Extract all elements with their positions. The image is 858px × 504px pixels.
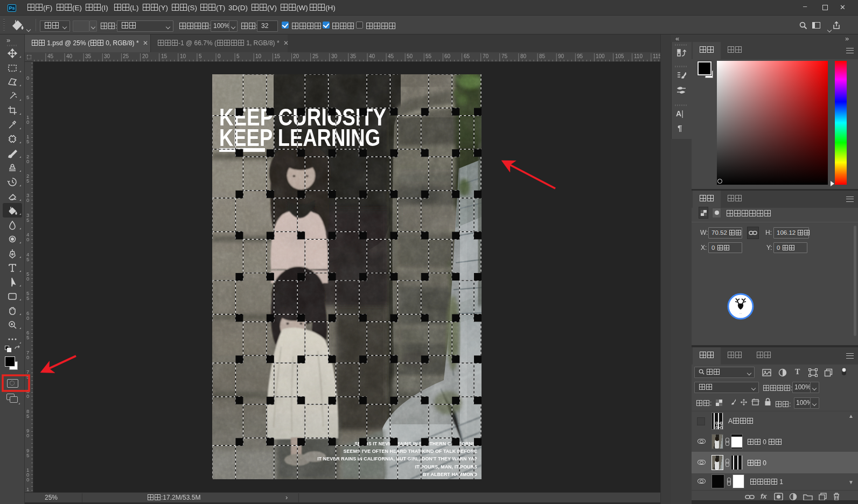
svg-text:55: 55 xyxy=(425,53,432,59)
svg-text:10: 10 xyxy=(180,53,186,59)
svg-text:100: 100 xyxy=(596,53,605,59)
svg-text:5: 5 xyxy=(26,452,29,458)
svg-text:5: 5 xyxy=(26,413,29,419)
svg-text:105: 105 xyxy=(615,53,624,59)
svg-text:0: 0 xyxy=(26,119,29,125)
svg-text:50: 50 xyxy=(407,53,413,59)
svg-text:75: 75 xyxy=(501,53,508,59)
svg-text:0: 0 xyxy=(26,354,29,360)
svg-text:65: 65 xyxy=(464,53,470,59)
svg-text:IT POURS, MAN, IT POURS: IT POURS, MAN, IT POURS xyxy=(415,464,477,470)
svg-text:20: 20 xyxy=(142,53,149,59)
svg-text:25: 25 xyxy=(312,53,319,59)
svg-text:115: 115 xyxy=(653,53,660,59)
svg-text:5: 5 xyxy=(26,138,29,144)
svg-text:20: 20 xyxy=(293,53,299,59)
svg-text:0: 0 xyxy=(26,315,29,321)
svg-text:5: 5 xyxy=(26,178,29,184)
svg-text:BY ALBERT HAMMOND: BY ALBERT HAMMOND xyxy=(423,472,477,477)
svg-text:IT NEVER RAINS IN CALIFORNIA,: IT NEVER RAINS IN CALIFORNIA, BUT GIRL, … xyxy=(317,456,477,461)
svg-text:40: 40 xyxy=(66,53,73,59)
svg-text:···: ··· xyxy=(740,312,742,315)
svg-text:0: 0 xyxy=(26,75,29,81)
svg-text:70: 70 xyxy=(483,53,489,59)
svg-text:5: 5 xyxy=(199,53,202,59)
svg-text:110: 110 xyxy=(634,53,643,59)
svg-text:25: 25 xyxy=(123,53,129,59)
svg-text:40: 40 xyxy=(369,53,375,59)
svg-text:35: 35 xyxy=(85,53,92,59)
svg-text:5: 5 xyxy=(26,94,29,100)
svg-text:60: 60 xyxy=(444,53,451,59)
svg-text:30: 30 xyxy=(331,53,338,59)
svg-text:15: 15 xyxy=(161,53,168,59)
svg-text:45: 45 xyxy=(388,53,394,59)
svg-text:5: 5 xyxy=(26,256,29,262)
svg-text:KEEP LEARNING: KEEP LEARNING xyxy=(219,124,380,151)
svg-text:45: 45 xyxy=(47,53,54,59)
svg-text:30: 30 xyxy=(104,53,110,59)
svg-text:5: 5 xyxy=(236,53,240,59)
svg-text:0: 0 xyxy=(26,236,29,242)
svg-text:0: 0 xyxy=(218,53,221,59)
svg-text:35: 35 xyxy=(350,53,357,59)
svg-text:15: 15 xyxy=(274,53,281,59)
svg-text:0: 0 xyxy=(26,276,29,282)
svg-text:0: 0 xyxy=(26,393,29,399)
svg-text:0: 0 xyxy=(26,477,29,482)
svg-text:0: 0 xyxy=(26,432,29,438)
svg-text:80: 80 xyxy=(520,53,527,59)
svg-text:5: 5 xyxy=(26,334,29,340)
svg-text:10: 10 xyxy=(255,53,262,59)
svg-text:5: 5 xyxy=(26,374,29,380)
svg-text:85: 85 xyxy=(539,53,546,59)
svg-text:5: 5 xyxy=(26,295,29,301)
svg-text:95: 95 xyxy=(577,53,583,59)
svg-text:0: 0 xyxy=(26,197,29,203)
svg-text:0: 0 xyxy=(26,158,29,164)
svg-text:5: 5 xyxy=(26,217,29,223)
svg-text:90: 90 xyxy=(558,53,564,59)
svg-text:SEEMS I'VE OFTEN HEARD THAT KI: SEEMS I'VE OFTEN HEARD THAT KIND OF TALK… xyxy=(344,449,477,454)
